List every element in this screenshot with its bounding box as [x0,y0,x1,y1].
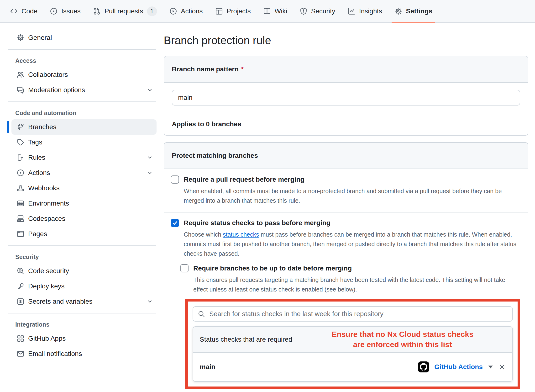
applies-to-branches-text: Applies to 0 branches [164,113,528,135]
status-check-app-link[interactable]: GitHub Actions [434,363,483,371]
sidebar-item-webhooks[interactable]: Webhooks [11,180,157,196]
divider [8,49,156,50]
status-check-name: main [200,363,215,371]
git-branch-icon [17,123,24,131]
required-status-checks-panel: Status checks that are required Ensure t… [193,326,513,382]
require-status-checks-checkbox[interactable] [171,219,179,227]
annotation-line-1: Ensure that no Nx Cloud status checks [299,329,506,339]
sidebar-item-label: Tags [28,138,42,146]
sidebar-item-email-notifications[interactable]: Email notifications [11,346,157,361]
status-checks-search [193,306,513,322]
tab-label: Pull requests [105,7,143,15]
book-icon [263,7,271,15]
chevron-down-icon [147,298,153,305]
status-check-row: main GitHub Actions [193,353,512,381]
sidebar-item-collaborators[interactable]: Collaborators [11,67,157,82]
sidebar-item-code-security[interactable]: Code security [11,263,157,279]
tab-label: Actions [181,7,203,15]
sidebar-item-label: Branches [28,123,56,131]
gear-icon [17,34,24,42]
required-mark: * [241,65,244,73]
require-up-to-date-checkbox[interactable] [180,264,189,272]
sidebar-item-label: Secrets and variables [28,298,92,305]
codespaces-icon [17,215,24,222]
check-icon [172,220,178,226]
repo-nav-bar: Code Issues Pull requests 1 Actions Proj… [0,0,535,23]
tag-icon [17,138,24,146]
branch-name-pattern-section [164,83,528,113]
tab-wiki[interactable]: Wiki [257,0,294,22]
description-text: Choose which [184,231,223,238]
sidebar-item-label: Environments [28,200,69,207]
sidebar-item-label: GitHub Apps [28,335,66,342]
sidebar-item-tags[interactable]: Tags [11,135,157,150]
tab-projects[interactable]: Projects [209,0,257,22]
sidebar-item-codespaces[interactable]: Codespaces [11,211,157,226]
sidebar-item-label: Actions [28,169,50,177]
tab-actions[interactable]: Actions [163,0,209,22]
sidebar-item-secrets-and-variables[interactable]: Secrets and variables [11,294,157,309]
status-checks-link[interactable]: status checks [223,231,259,238]
table-icon [215,7,223,15]
require-pull-request-label[interactable]: Require a pull request before merging [184,175,304,184]
caret-down-icon[interactable] [488,365,493,369]
sidebar-section-header: Integrations [7,317,157,331]
sidebar-item-label: Webhooks [28,184,60,192]
gear-icon [394,7,402,15]
chevron-down-icon [147,170,153,176]
require-status-checks-label[interactable]: Require status checks to pass before mer… [184,219,330,227]
shield-icon [300,7,307,15]
key-icon [17,282,24,290]
apps-grid-icon [17,335,24,342]
tab-settings[interactable]: Settings [388,0,438,22]
tab-issues[interactable]: Issues [44,0,87,22]
tab-label: Wiki [275,7,287,15]
play-icon [169,7,177,15]
sidebar-item-moderation-options[interactable]: Moderation options [11,82,157,98]
tab-pull-requests[interactable]: Pull requests 1 [87,0,163,22]
require-pull-request-description: When enabled, all commits must be made t… [184,186,518,205]
secret-icon [17,298,24,305]
sidebar-item-label: Email notifications [28,350,82,358]
protect-matching-branches-panel: Protect matching branches Require a pull… [164,142,528,392]
sidebar-item-branches[interactable]: Branches [11,119,157,135]
require-pull-request-checkbox[interactable] [171,175,179,184]
require-up-to-date-label[interactable]: Require branches to be up to date before… [193,264,352,273]
github-mark-icon [418,361,429,372]
sidebar-item-label: Moderation options [28,86,85,94]
remove-status-check-icon[interactable] [498,363,506,371]
search-icon [198,310,205,318]
sidebar-item-environments[interactable]: Environments [11,196,157,211]
sidebar-section-header: Access [7,53,157,67]
issue-opened-icon [50,7,58,15]
sidebar-item-pages[interactable]: Pages [11,226,157,242]
play-icon [17,169,24,177]
sidebar-item-label: General [28,34,52,42]
sidebar-item-label: Deploy keys [28,282,65,290]
status-checks-search-input[interactable] [209,310,508,318]
sidebar-item-github-apps[interactable]: GitHub Apps [11,331,157,346]
sidebar-item-actions[interactable]: Actions [11,165,157,180]
tab-insights[interactable]: Insights [341,0,388,22]
sidebar-item-rules[interactable]: Rules [11,150,157,165]
annotation-text: Ensure that no Nx Cloud status checks ar… [299,329,506,350]
sidebar-item-general[interactable]: General [11,30,157,45]
branch-name-pattern-panel: Branch name pattern* Applies to 0 branch… [164,56,528,136]
branch-name-pattern-input[interactable] [172,90,520,106]
sidebar-item-deploy-keys[interactable]: Deploy keys [11,279,157,294]
pull-requests-count-badge: 1 [147,6,157,16]
required-status-checks-header: Status checks that are required Ensure t… [193,327,512,353]
sidebar-item-label: Code security [28,267,69,275]
branch-name-pattern-header: Branch name pattern* [164,56,528,83]
tab-code[interactable]: Code [4,0,44,22]
require-pull-request-row: Require a pull request before merging Wh… [164,169,528,212]
status-checks-sub-block: Require branches to be up to date before… [180,264,520,389]
required-status-checks-label: Status checks that are required [200,336,292,343]
settings-main: Branch protection rule Branch name patte… [164,23,535,392]
tab-security[interactable]: Security [294,0,341,22]
annotation-box: Status checks that are required Ensure t… [185,299,520,389]
tab-label: Issues [61,7,81,15]
browser-icon [17,230,24,238]
sidebar-item-label: Rules [28,154,45,161]
divider [8,313,156,313]
